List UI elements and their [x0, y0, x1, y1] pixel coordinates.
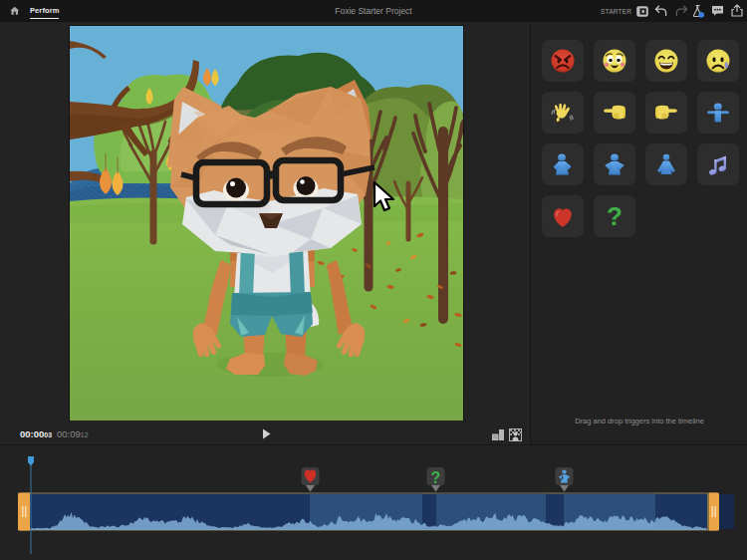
- svg-text:?: ?: [431, 469, 441, 486]
- svg-text:?: ?: [607, 202, 622, 230]
